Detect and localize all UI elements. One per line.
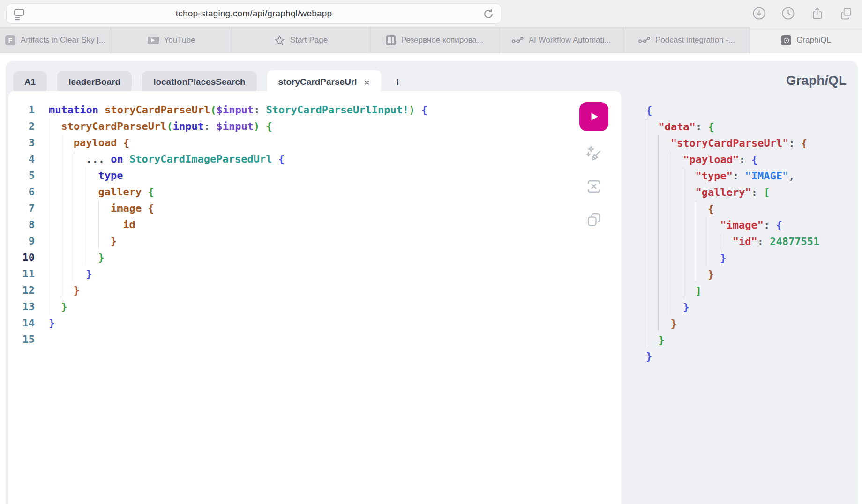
indent-guide [49, 298, 61, 315]
code-line[interactable]: 6gallery { [8, 184, 570, 200]
indent-guide [671, 217, 683, 233]
code-token: { [148, 186, 154, 198]
indent-guide [658, 151, 670, 168]
graphiql-tab-label: leaderBoard [68, 77, 120, 87]
code-token: "gallery" [696, 186, 751, 198]
response-panel: {"data": {"storyCardParseUrl": {"payload… [646, 102, 819, 364]
code-line[interactable]: 10} [8, 249, 570, 266]
code-line[interactable]: 1mutation storyCardParseUrl($input: Stor… [8, 102, 570, 118]
indent-guide [61, 151, 73, 167]
nodes-icon [511, 36, 524, 44]
indent-guide [658, 315, 670, 332]
graphiql-tab-locationPlacesSearch[interactable]: locationPlacesSearch [142, 71, 256, 93]
code-token: { [708, 203, 714, 215]
stripes-icon [386, 35, 396, 45]
indent-guide [671, 184, 683, 200]
url-text[interactable]: tchop-staging.com/api/graphql/webapp [7, 4, 501, 23]
code-token: [ [764, 186, 770, 198]
add-tab-button[interactable]: + [394, 75, 402, 89]
code-line[interactable]: 2storyCardParseUrl(input: $input) { [8, 118, 570, 134]
indent-guide [61, 216, 73, 233]
code-line[interactable]: 9} [8, 233, 570, 249]
indent-guide [696, 266, 708, 282]
code-line[interactable]: 11} [8, 266, 570, 282]
code-line[interactable]: 15 [8, 331, 570, 348]
indent-guide [708, 233, 720, 250]
browser-tab-strip: FArtifacts in Clear Sky |...YouTubeStart… [0, 27, 862, 53]
copy-button[interactable] [584, 209, 604, 230]
code-line[interactable]: 7image { [8, 200, 570, 216]
indent-guide [61, 167, 73, 184]
code-token: { [278, 153, 285, 165]
graphiql-tab-storyCardParseUrl[interactable]: storyCardParseUrl× [267, 70, 381, 94]
code-line[interactable]: 4... on StoryCardImageParsedUrl { [8, 151, 570, 167]
indent-guide [86, 216, 98, 233]
close-tab-icon[interactable]: × [364, 77, 370, 87]
indent-guide [696, 233, 708, 250]
indent-guide [74, 200, 86, 216]
line-number: 4 [8, 151, 35, 167]
code-token: } [671, 318, 677, 329]
address-bar[interactable]: tchop-staging.com/api/graphql/webapp [6, 3, 502, 24]
indent-guide [111, 216, 123, 233]
indent-guide [49, 216, 61, 233]
indent-guide [658, 168, 670, 184]
reload-icon[interactable] [482, 8, 495, 20]
indent-guide [86, 184, 98, 200]
graphiql-tab-bar: A1leaderBoardlocationPlacesSearchstoryCa… [13, 70, 750, 94]
tabs-icon[interactable] [839, 6, 854, 21]
browser-tab[interactable]: YouTube [111, 27, 232, 53]
code-token: { [421, 104, 427, 116]
indent-guide [671, 299, 683, 315]
code-line[interactable]: 12} [8, 282, 570, 298]
code-token: : [788, 137, 801, 149]
indent-guide [646, 266, 658, 282]
code-line[interactable]: 8id [8, 216, 570, 233]
graphiql-tab-leaderBoard[interactable]: leaderBoard [57, 71, 132, 93]
indent-guide [708, 250, 720, 266]
execute-button[interactable] [579, 102, 608, 131]
code-line[interactable]: 5type [8, 167, 570, 184]
indent-guide [683, 250, 695, 266]
indent-guide [98, 200, 111, 216]
browser-tab[interactable]: GraphiQL [750, 27, 862, 53]
query-editor[interactable]: 1mutation storyCardParseUrl($input: Stor… [8, 102, 570, 348]
code-token: ] [696, 285, 702, 296]
download-icon[interactable] [751, 6, 766, 21]
indent-guide [61, 200, 73, 216]
line-number: 1 [8, 102, 35, 118]
browser-tab[interactable]: FArtifacts in Clear Sky |... [0, 27, 111, 53]
indent-guide [49, 282, 61, 298]
browser-tab[interactable]: Podcast integration -... [623, 27, 750, 53]
browser-tab[interactable]: Резервное копирова... [370, 27, 499, 53]
share-icon[interactable] [810, 6, 825, 21]
browser-tab[interactable]: Start Page [232, 27, 370, 53]
prettify-button[interactable] [584, 143, 604, 164]
response-line: "id": 24877551 [646, 233, 819, 250]
graphiql-app: A1leaderBoardlocationPlacesSearchstoryCa… [6, 61, 858, 504]
response-line: "data": { [646, 119, 819, 135]
code-token: storyCardParseUrl [105, 104, 210, 116]
code-line[interactable]: 14} [8, 315, 570, 331]
indent-guide [646, 200, 658, 217]
response-line: } [646, 266, 819, 282]
code-token: 24877551 [770, 236, 819, 247]
indent-guide [658, 233, 670, 250]
history-icon[interactable] [780, 6, 795, 21]
youtube-icon [148, 37, 159, 44]
line-number: 15 [8, 331, 35, 348]
response-line: } [646, 348, 819, 364]
code-line[interactable]: 13} [8, 298, 570, 315]
graphiql-tab-A1[interactable]: A1 [13, 71, 47, 93]
star-icon [274, 35, 285, 46]
response-line: } [646, 332, 819, 348]
browser-tab-label: Резервное копирова... [401, 36, 483, 45]
code-token: payload [74, 137, 123, 148]
code-token: : [696, 121, 708, 133]
browser-tab[interactable]: AI Workflow Automati... [499, 27, 623, 53]
code-line[interactable]: 3payload { [8, 134, 570, 151]
panel-divider[interactable] [621, 91, 628, 504]
merge-button[interactable] [584, 176, 604, 197]
code-token: } [111, 235, 117, 247]
editor-toolbar [579, 102, 609, 230]
